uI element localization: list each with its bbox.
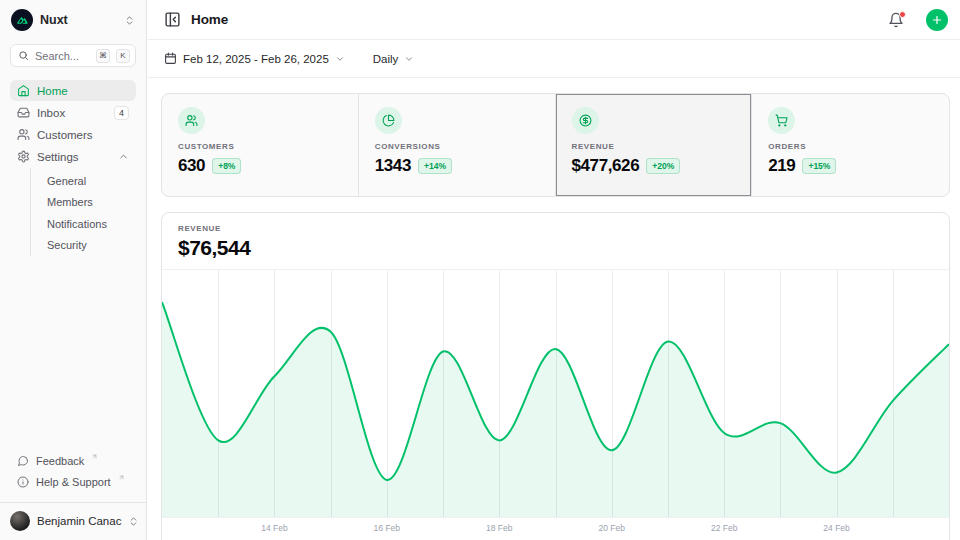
search-icon [18,50,29,61]
chevron-up-icon [118,151,129,162]
x-tick-label: 18 Feb [486,523,512,533]
page-header: Home [148,0,960,40]
feedback-link[interactable]: Feedback [10,450,136,471]
revenue-chart-card: REVENUE $76,544 14 Feb 16 Feb 18 Feb 20 … [161,212,950,540]
nuxt-logo [11,9,33,31]
page-title: Home [191,12,878,27]
chevrons-up-down-icon [128,516,139,527]
external-arrow-icon [118,474,125,481]
home-icon [17,84,30,97]
sidebar-item-security[interactable]: Security [31,235,136,257]
stat-delta-badge: +20% [646,158,680,174]
user-name: Benjamin Canac [37,515,121,527]
inbox-icon [17,106,30,119]
users-icon [185,114,198,127]
external-arrow-icon [91,453,98,460]
stat-value: 219 [768,156,795,176]
search-placeholder: Search... [35,50,90,62]
sidebar-item-label: Home [37,85,68,97]
collapse-sidebar-button[interactable] [164,11,181,28]
filters-toolbar: Feb 12, 2025 - Feb 26, 2025 Daily [148,40,960,78]
stat-delta-badge: +15% [802,158,836,174]
info-icon [17,476,29,488]
stat-card-revenue[interactable]: REVENUE $477,626 +20% [556,94,753,196]
help-support-label: Help & Support [36,476,111,488]
x-tick-label: 24 Feb [823,523,849,533]
chevron-down-icon [404,54,414,64]
gear-icon [17,150,30,163]
sidebar-item-home[interactable]: Home [10,80,136,101]
stat-delta-badge: +8% [212,158,241,174]
revenue-chart-plot [162,270,949,517]
sidebar-item-label: Settings [37,151,79,163]
inbox-count-badge: 4 [114,106,129,120]
user-menu[interactable]: Benjamin Canac [0,502,146,540]
x-tick-label: 22 Feb [711,523,737,533]
stat-label: REVENUE [572,142,736,151]
stat-card-conversions[interactable]: CONVERSIONS 1343 +14% [359,94,556,196]
notification-dot [899,11,906,18]
notifications-button[interactable] [888,12,904,28]
stat-value: 630 [178,156,205,176]
circle-dollar-icon [579,114,592,127]
sidebar-spacer [0,256,146,450]
dashboard-content: CUSTOMERS 630 +8% CONVERSIONS 1343 +14% [148,78,960,540]
x-axis: 14 Feb 16 Feb 18 Feb 20 Feb 22 Feb 24 Fe… [162,517,949,540]
area-fill [162,302,949,517]
sidebar-item-notifications[interactable]: Notifications [31,213,136,235]
granularity-value: Daily [373,53,399,65]
users-icon [17,128,30,141]
revenue-area-chart [162,270,949,517]
stat-delta-badge: +14% [418,158,452,174]
stat-value: $477,626 [572,156,640,176]
sidebar-item-label: Inbox [37,107,65,119]
sidebar-item-label: Customers [37,129,93,141]
panel-left-close-icon [164,11,181,28]
x-tick-label: 20 Feb [598,523,624,533]
sidebar-item-settings[interactable]: Settings [10,146,136,167]
avatar [10,511,30,531]
sidebar-item-customers[interactable]: Customers [10,124,136,145]
sidebar: Nuxt Search... ⌘ K Home Inbox 4 Customer… [0,0,147,540]
chat-bubble-icon [17,455,29,467]
help-support-link[interactable]: Help & Support [10,471,136,492]
stat-card-orders[interactable]: ORDERS 219 +15% [752,94,949,196]
workspace-switcher[interactable]: Nuxt [8,9,138,31]
main-panel: Home Feb 12, 2025 - Feb 26, 2025 Daily C… [148,0,960,540]
settings-submenu: General Members Notifications Security [30,168,136,256]
sidebar-item-members[interactable]: Members [31,192,136,214]
sidebar-item-inbox[interactable]: Inbox 4 [10,102,136,123]
stat-value: 1343 [375,156,411,176]
stats-row: CUSTOMERS 630 +8% CONVERSIONS 1343 +14% [161,93,950,197]
granularity-select[interactable]: Daily [373,53,415,65]
date-range-picker[interactable]: Feb 12, 2025 - Feb 26, 2025 [164,52,345,65]
stat-label: CONVERSIONS [375,142,539,151]
kbd-cmd: ⌘ [96,49,110,63]
stat-label: CUSTOMERS [178,142,342,151]
revenue-chart-header: REVENUE $76,544 [162,213,949,270]
add-button[interactable] [926,9,948,31]
chevrons-up-down-icon [124,15,135,26]
shopping-cart-icon [775,114,788,127]
x-tick-label: 16 Feb [374,523,400,533]
kbd-k: K [116,49,130,63]
sidebar-nav: Home Inbox 4 Customers Settings General … [0,74,146,256]
chevron-down-icon [335,54,345,64]
stat-card-customers[interactable]: CUSTOMERS 630 +8% [162,94,359,196]
sidebar-item-general[interactable]: General [31,170,136,192]
pie-chart-icon [382,114,395,127]
stat-label: ORDERS [768,142,933,151]
chart-current-value: $76,544 [178,236,933,260]
plus-icon [931,14,943,26]
feedback-label: Feedback [36,455,84,467]
date-range-value: Feb 12, 2025 - Feb 26, 2025 [183,53,329,65]
calendar-icon [164,52,177,65]
search-input[interactable]: Search... ⌘ K [10,44,136,67]
sidebar-footer: Feedback Help & Support [0,450,146,497]
chart-title: REVENUE [178,224,933,233]
x-tick-label: 14 Feb [261,523,287,533]
workspace-name: Nuxt [40,13,117,27]
